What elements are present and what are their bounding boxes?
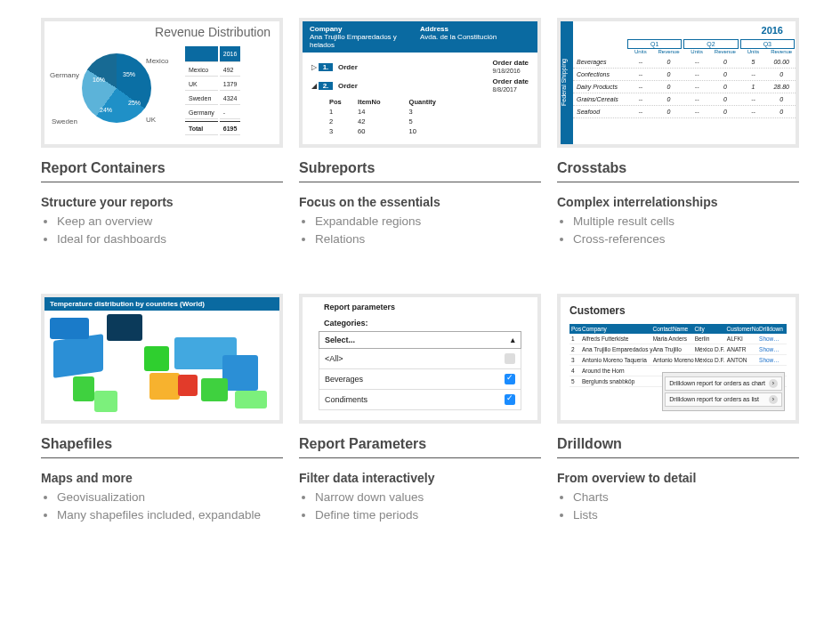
divider [299,182,541,182]
world-map [44,311,279,416]
divider [299,457,541,458]
revenue-table: 2016 Mexico492 UK1379 Sweden4324 Germany… [183,44,242,137]
card-bullets: Multiple result cells Cross-references [557,213,799,249]
bullet: Narrow down values [315,489,541,506]
card-bullets: Expandable regions Relations [299,213,541,249]
bullet: Lists [573,506,799,524]
card-title: Shapefiles [41,436,283,452]
card-subtitle: Maps and more [41,471,283,485]
thumb-report-containers: Revenue Distribution Mexico Germany Swed… [41,18,283,148]
card-bullets: Geovisualization Many shapefiles include… [41,489,283,525]
drilldown-option-chart[interactable]: Drilldown report for orders as chart› [665,376,782,391]
option-all[interactable]: <All> [319,349,521,369]
card-subtitle: Filter data interactively [299,471,541,485]
bullet: Expandable regions [315,213,541,231]
checkbox-icon[interactable] [505,374,515,384]
drilldown-popup: Drilldown report for orders as chart› Dr… [662,372,785,411]
bullet: Many shapefiles included, expandable [57,506,283,524]
pie-chart: Mexico Germany Sweden UK 35% 25% 24% 16% [50,39,183,137]
card-bullets: Narrow down values Define time periods [299,489,541,525]
category-select[interactable]: Select...▴ [319,331,521,349]
pct-mexico: 35% [123,71,135,77]
bullet: Keep an overview [57,213,283,231]
card-subtitle: Structure your reports [41,195,283,209]
card-subtitle: Focus on the essentials [299,195,541,209]
chart-title: Revenue Distribution [44,21,279,39]
label-sweden: Sweden [52,117,77,125]
bullet: Charts [573,489,799,506]
collapse-icon[interactable]: ◢ [311,82,319,90]
label-germany: Germany [50,71,79,79]
card-report-parameters[interactable]: Report parameters Categories: Select...▴… [299,294,541,525]
bullet: Cross-references [573,231,799,248]
bullet: Relations [315,231,541,248]
drilldown-option-list[interactable]: Drilldown report for orders as list› [665,392,782,407]
bullet: Multiple result cells [573,213,799,231]
pct-uk: 25% [128,100,141,106]
card-bullets: Charts Lists [557,489,799,525]
arrow-right-icon: › [769,379,778,388]
card-subtitle: From overview to detail [557,471,799,485]
thumb-shapefiles: Temperature distribution by countries (W… [41,294,283,424]
divider [557,182,799,182]
card-subreports[interactable]: CompanyAna Trujillo Emparedados y helado… [299,18,541,249]
chevron-up-icon: ▴ [511,336,515,344]
thumb-drilldown: Customers PosCompanyContactNameCityCusto… [557,294,799,424]
bullet: Define time periods [315,506,541,524]
pct-germany: 16% [93,77,105,83]
thumb-crosstabs: Federal Shipping 2016 Q1Q2Q3 UnitsRevenu… [557,18,799,148]
card-title: Report Parameters [299,436,541,452]
divider [41,457,283,458]
bullet: Geovisualization [57,489,283,506]
bullet: Ideal for dashboards [57,231,283,248]
card-subtitle: Complex interrelationships [557,195,799,209]
thumb-subreports: CompanyAna Trujillo Emparedados y helado… [299,18,541,148]
card-shapefiles[interactable]: Temperature distribution by countries (W… [41,294,283,525]
divider [557,457,799,458]
expand-icon[interactable]: ▷ [311,63,319,71]
card-title: Report Containers [41,160,283,176]
side-label: Federal Shipping [561,21,573,144]
thumb-report-parameters: Report parameters Categories: Select...▴… [299,294,541,424]
label-mexico: Mexico [146,57,168,65]
checkbox-icon[interactable] [505,394,515,405]
label-uk: UK [146,116,156,124]
option-beverages[interactable]: Beverages [319,369,521,390]
card-report-containers[interactable]: Revenue Distribution Mexico Germany Swed… [41,18,283,249]
pct-sweden: 24% [100,107,112,113]
card-title: Crosstabs [557,160,799,176]
divider [41,182,283,182]
card-title: Drilldown [557,436,799,452]
checkbox-icon[interactable] [505,353,515,364]
card-title: Subreports [299,160,541,176]
card-bullets: Keep an overview Ideal for dashboards [41,213,283,249]
card-crosstabs[interactable]: Federal Shipping 2016 Q1Q2Q3 UnitsRevenu… [557,18,799,249]
option-condiments[interactable]: Condiments [319,390,521,410]
arrow-right-icon: › [769,395,778,404]
card-drilldown[interactable]: Customers PosCompanyContactNameCityCusto… [557,294,799,525]
feature-grid: Revenue Distribution Mexico Germany Swed… [41,18,799,524]
